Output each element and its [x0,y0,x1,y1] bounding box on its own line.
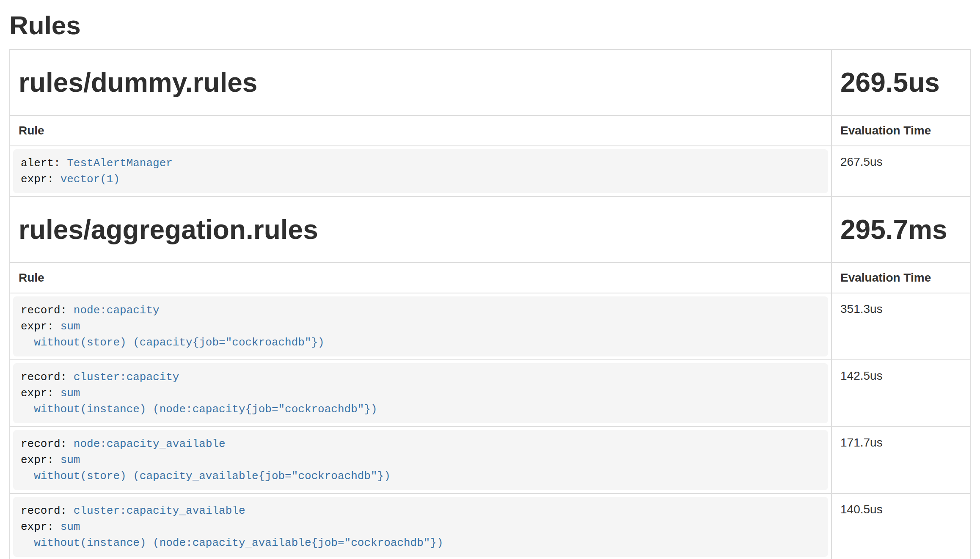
rule-keyword: expr: [21,454,61,466]
rule-keyword: expr: [21,521,61,533]
rule-keyword: record: [21,504,74,517]
group-evaluation-time: 295.7ms [840,215,961,244]
rule-link[interactable]: sum [61,521,80,533]
rule-column-header: Rule [10,115,831,146]
rule-link[interactable]: cluster:capacity [74,371,179,384]
rule-link[interactable]: without(instance) (node:capacity{job="co… [21,403,377,416]
rule-keyword: record: [21,371,74,384]
rule-evaluation-time: 142.5us [831,360,970,427]
group-evaluation-time: 269.5us [840,68,961,97]
evaluation-time-column-header: Evaluation Time [831,263,970,293]
rule-link[interactable]: sum [61,387,80,400]
rule-definition: alert: TestAlertManagerexpr: vector(1) [13,149,828,193]
rule-definition: record: node:capacityexpr: sum without(s… [13,296,828,356]
rule-row: record: cluster:capacity_availableexpr: … [10,493,970,559]
rule-link[interactable]: without(store) (capacity{job="cockroachd… [21,336,325,349]
group-header-row: rules/aggregation.rules 295.7ms [10,197,970,263]
rule-evaluation-time: 171.7us [831,427,970,493]
rule-link[interactable]: cluster:capacity_available [74,504,245,517]
rule-keyword: record: [21,438,74,450]
rule-column-header: Rule [10,263,831,293]
rule-keyword: alert: [21,157,67,170]
rule-row: alert: TestAlertManagerexpr: vector(1) 2… [10,146,970,197]
rule-keyword: expr: [21,173,61,186]
rule-link[interactable]: sum [61,320,80,333]
rule-evaluation-time: 140.5us [831,493,970,559]
rule-link[interactable]: node:capacity_available [74,438,226,450]
page-title: Rules [9,11,971,40]
rule-link[interactable]: without(instance) (node:capacity_availab… [21,537,443,549]
rule-definition: record: node:capacity_availableexpr: sum… [13,430,828,490]
rule-row: record: node:capacity_availableexpr: sum… [10,427,970,493]
column-header-row: Rule Evaluation Time [10,263,970,293]
rule-definition: record: cluster:capacity_availableexpr: … [13,497,828,557]
rule-row: record: node:capacityexpr: sum without(s… [10,293,970,360]
group-header-row: rules/dummy.rules 269.5us [10,49,970,115]
column-header-row: Rule Evaluation Time [10,115,970,146]
group-file-title: rules/aggregation.rules [19,215,823,244]
rule-link[interactable]: without(store) (capacity_available{job="… [21,470,391,482]
rules-table: rules/dummy.rules 269.5us Rule Evaluatio… [9,49,971,559]
rule-link[interactable]: node:capacity [74,304,160,317]
rule-link[interactable]: sum [61,454,80,466]
rule-link[interactable]: vector(1) [61,173,120,186]
rules-page: Rules rules/dummy.rules 269.5us Rule Eva… [0,11,980,559]
rule-definition: record: cluster:capacityexpr: sum withou… [13,363,828,423]
rule-keyword: expr: [21,387,61,400]
rule-link[interactable]: TestAlertManager [67,157,173,170]
rule-evaluation-time: 267.5us [831,146,970,197]
rule-evaluation-time: 351.3us [831,293,970,360]
evaluation-time-column-header: Evaluation Time [831,115,970,146]
rule-row: record: cluster:capacityexpr: sum withou… [10,360,970,427]
group-file-title: rules/dummy.rules [19,68,823,97]
rule-keyword: expr: [21,320,61,333]
rule-keyword: record: [21,304,74,317]
